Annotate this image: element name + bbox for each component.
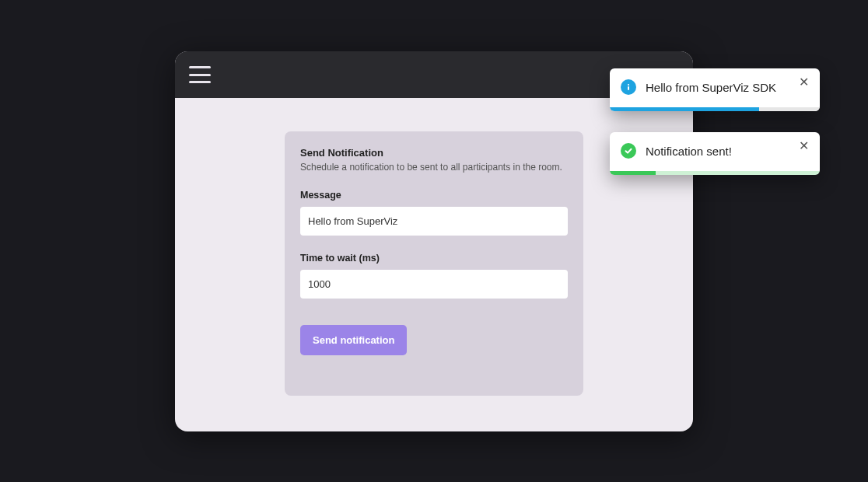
send-notification-button[interactable]: Send notification bbox=[300, 325, 407, 355]
toast-success: Notification sent! ✕ bbox=[610, 132, 820, 175]
form-title: Send Notification bbox=[300, 147, 568, 159]
message-label: Message bbox=[300, 190, 568, 201]
toast-info-text: Hello from SuperViz SDK bbox=[646, 81, 809, 94]
notification-form: Send Notification Schedule a notificatio… bbox=[285, 131, 583, 396]
toast-info: Hello from SuperViz SDK ✕ bbox=[610, 68, 820, 111]
toast-info-progress bbox=[610, 107, 820, 111]
toast-success-progress bbox=[610, 171, 820, 175]
menu-icon[interactable] bbox=[189, 66, 211, 83]
message-input[interactable] bbox=[300, 207, 568, 236]
toast-success-text: Notification sent! bbox=[646, 145, 809, 158]
svg-rect-1 bbox=[628, 86, 629, 90]
toast-info-close-button[interactable]: ✕ bbox=[796, 75, 812, 90]
close-icon: ✕ bbox=[799, 75, 809, 89]
close-icon: ✕ bbox=[799, 139, 809, 152]
info-icon bbox=[621, 79, 636, 95]
toast-success-close-button[interactable]: ✕ bbox=[796, 138, 812, 154]
form-subtitle: Schedule a notification to be sent to al… bbox=[300, 162, 568, 173]
time-input[interactable] bbox=[300, 270, 568, 299]
check-circle-icon bbox=[621, 143, 636, 159]
time-label: Time to wait (ms) bbox=[300, 253, 568, 264]
svg-point-0 bbox=[628, 84, 629, 86]
